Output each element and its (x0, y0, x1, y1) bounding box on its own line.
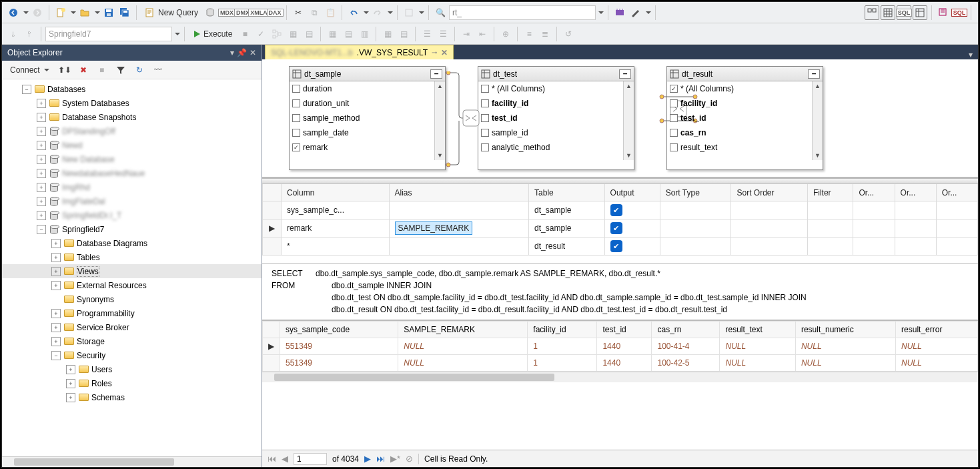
pin-icon[interactable]: 📌 (237, 48, 247, 57)
column-item[interactable]: ✓remark (290, 140, 445, 155)
parse-button[interactable]: ✓ (254, 27, 268, 41)
redo-button[interactable] (370, 5, 385, 20)
col-header[interactable]: Filter (807, 184, 853, 201)
nav-prev-icon[interactable]: ◀ (282, 454, 288, 464)
connect-icon[interactable]: ⬆⬇ (57, 63, 72, 77)
tree-node-views[interactable]: +Views (2, 264, 262, 278)
tree-node[interactable]: +Users (2, 362, 262, 376)
new-query-button[interactable]: New Query (141, 5, 202, 20)
column-item[interactable]: ✓* (All Columns) (667, 81, 823, 96)
search-input[interactable] (449, 5, 596, 20)
dropdown-icon[interactable] (23, 11, 29, 14)
save-all-button[interactable] (117, 5, 132, 20)
result-col-header[interactable]: facility_id (528, 322, 597, 338)
results-pane-button[interactable] (913, 5, 927, 20)
col-header[interactable]: Sort Order (731, 184, 807, 201)
tb-icon[interactable]: ▦ (325, 27, 340, 41)
new-item-button[interactable] (53, 5, 68, 20)
dropdown-icon[interactable] (646, 11, 651, 14)
refresh-icon[interactable]: ↻ (132, 63, 147, 77)
dropdown-icon[interactable] (71, 11, 76, 14)
diagram-table-dt-test[interactable]: dt_test– * (All Columns) facility_id tes… (478, 66, 634, 170)
horizontal-scrollbar[interactable] (262, 372, 978, 382)
indent-icon[interactable]: ⇥ (459, 27, 474, 41)
result-col-header[interactable]: result_text (720, 322, 795, 338)
tb-icon[interactable]: ≡ (522, 27, 536, 41)
tree-node-springfield[interactable]: −Springfield7 (2, 222, 262, 236)
criteria-pane[interactable]: Column Alias Table Output Sort Type Sort… (262, 183, 978, 264)
mdx-query-button[interactable]: MDX (219, 5, 234, 20)
nav-new-icon[interactable]: ▶* (390, 454, 400, 464)
undo-button[interactable] (346, 5, 361, 20)
tree-node[interactable]: Synonyms (2, 292, 262, 306)
uncomment-icon[interactable]: ☰ (436, 27, 450, 41)
tree-node[interactable]: +Tables (2, 250, 262, 264)
stop-icon[interactable]: ■ (95, 63, 109, 77)
tb-icon[interactable]: ▤ (341, 27, 356, 41)
comment-icon[interactable]: ☰ (420, 27, 434, 41)
output-checkbox[interactable]: ✔ (610, 222, 622, 234)
change-type-button[interactable] (936, 5, 951, 20)
result-col-header[interactable]: sys_sample_code (280, 322, 398, 338)
tab-vw-sys-result[interactable]: SQL-LENOVO-MT1...b.VW_SYS_RESULT ⊸ ✕ (265, 45, 454, 59)
tree-node[interactable]: +New Database (2, 152, 262, 166)
tree-node[interactable]: +Newd (2, 138, 262, 152)
connect-button[interactable]: Connect (6, 63, 53, 77)
tb-icon[interactable]: ▤ (396, 27, 411, 41)
alias-input[interactable]: SAMPLE_REMARK (395, 221, 473, 235)
dropdown-icon[interactable] (95, 11, 100, 14)
output-checkbox[interactable]: ✔ (610, 204, 622, 216)
column-item[interactable]: sample_method (290, 111, 445, 125)
xmla-query-button[interactable]: XMLA (252, 5, 266, 20)
vertical-scrollbar[interactable]: ▲▼ (812, 81, 823, 160)
result-row[interactable]: ▶ 551349 NULL 1 1440 100-41-4 NULL NULL … (263, 338, 978, 355)
nav-first-icon[interactable]: ⏮ (268, 454, 276, 464)
close-icon[interactable]: ✕ (441, 48, 448, 57)
result-col-header[interactable]: result_numeric (795, 322, 895, 338)
column-item[interactable]: analytic_method (478, 140, 634, 155)
column-item[interactable]: cas_rn (667, 125, 823, 140)
result-col-header[interactable]: test_id (597, 322, 652, 338)
horizontal-scrollbar[interactable] (2, 456, 262, 467)
database-combo[interactable] (45, 27, 172, 41)
column-item[interactable]: facility_id (667, 96, 823, 111)
minimize-icon[interactable]: – (430, 69, 442, 79)
col-header[interactable]: Table (529, 184, 604, 201)
nav-back-button[interactable] (6, 5, 21, 20)
tree-node[interactable]: +Storage (2, 334, 262, 348)
sql-pane-button[interactable]: SQL (897, 5, 911, 20)
output-checkbox[interactable]: ✔ (610, 240, 622, 252)
result-col-header[interactable]: SAMPLE_REMARK (398, 322, 528, 338)
save-button[interactable] (101, 5, 116, 20)
nav-next-icon[interactable]: ▶ (364, 454, 371, 464)
vertical-scrollbar[interactable]: ▲▼ (434, 81, 445, 160)
stats-icon[interactable]: ▤ (302, 27, 316, 41)
tb-icon[interactable]: ≣ (538, 27, 552, 41)
grid-row[interactable]: *dt_result ✔ (263, 238, 978, 256)
tree-node[interactable]: +ImgRhd (2, 180, 262, 194)
dax-query-button[interactable]: DAX (268, 5, 282, 20)
filter-icon[interactable] (113, 63, 128, 77)
diagram-pane-button[interactable] (865, 5, 879, 20)
col-header[interactable]: Or... (936, 184, 977, 201)
tree-node[interactable]: +Database Diagrams (2, 236, 262, 250)
diagram-table-dt-sample[interactable]: dt_sample– duration duration_unit sample… (289, 66, 446, 170)
column-item[interactable]: sample_date (290, 125, 445, 140)
column-item[interactable]: duration (290, 81, 445, 96)
tree-node[interactable]: +Programmability (2, 306, 262, 320)
dropdown-icon[interactable] (419, 11, 424, 14)
sql-pane[interactable]: SELECTdbo.dt_sample.sys_sample_code, dbo… (262, 264, 978, 321)
execute-sql-button[interactable]: SQL (952, 5, 967, 20)
column-item[interactable]: sample_id (478, 125, 634, 140)
plan-icon[interactable] (270, 27, 284, 41)
splitter[interactable] (262, 178, 978, 183)
tree-node[interactable]: +Database Snapshots (2, 110, 262, 124)
activity-icon[interactable]: 〰 (151, 63, 165, 77)
vertical-scrollbar[interactable]: ▲▼ (623, 81, 634, 160)
col-header[interactable]: Output (604, 184, 660, 201)
column-item[interactable]: duration_unit (290, 96, 445, 111)
settings-button[interactable] (628, 5, 643, 20)
result-row[interactable]: 551349 NULL 1 1440 100-42-5 NULL NULL NU… (263, 355, 978, 372)
tool-button[interactable] (402, 5, 416, 20)
tree-node[interactable]: +SpringfieldDr.I_T (2, 208, 262, 222)
